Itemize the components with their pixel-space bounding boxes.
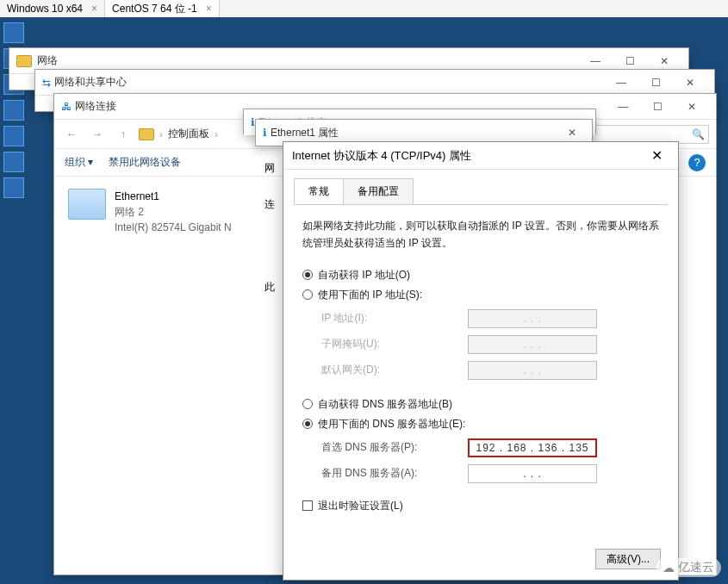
radio-label: 使用下面的 IP 地址(S): [318,288,422,302]
organize-dropdown[interactable]: 组织 ▾ [65,155,93,170]
dialog-ipv4-properties: Internet 协议版本 4 (TCP/IPv4) 属性 ✕ 常规 备用配置 … [283,141,679,581]
radio-use-ip[interactable]: 使用下面的 IP 地址(S): [302,288,659,302]
window-title: Ethernet1 属性 [271,126,339,140]
preferred-dns-label: 首选 DNS 服务器(P): [321,440,468,455]
ethernet-icon [68,189,106,220]
desktop-icon[interactable] [3,152,24,172]
network-icon: ⇆ [42,77,51,89]
tab-label: 常规 [308,185,329,197]
maximize-button[interactable]: ☐ [638,71,673,95]
radio-label: 自动获得 IP 地址(O) [318,268,410,283]
desktop-icon[interactable] [3,126,24,146]
disable-device-button[interactable]: 禁用此网络设备 [109,155,181,170]
close-icon[interactable]: × [206,3,212,15]
titlebar[interactable]: ⇆ 网络和共享中心 — ☐ ✕ [35,70,714,96]
radio-auto-ip[interactable]: 自动获得 IP 地址(O) [302,268,659,283]
vm-tab-label: Windows 10 x64 [7,3,83,15]
adapter-icon: 🖧 [61,101,72,113]
search-icon[interactable]: 🔍 [692,128,705,140]
close-icon[interactable]: × [91,3,97,15]
advanced-button[interactable]: 高级(V)... [595,549,661,569]
validate-checkbox[interactable]: 退出时验证设置(L) [302,499,659,513]
watermark: ☁ 亿速云 [656,558,721,577]
adapter-device: Intel(R) 82574L Gigabit N [115,220,232,235]
description-text: 如果网络支持此功能，则可以获取自动指派的 IP 设置。否则，你需要从网络系统管理… [302,217,659,252]
radio-label: 自动获得 DNS 服务器地址(B) [318,397,452,412]
tab-bar: 常规 备用配置 [283,170,678,204]
vm-tab-windows[interactable]: Windows 10 x64 × [0,0,105,17]
minimize-button[interactable]: — [606,95,640,119]
maximize-button[interactable]: ☐ [640,95,675,119]
folder-icon [139,128,154,140]
adapter-name: Ethernet1 [115,189,232,204]
checkbox-icon [302,500,313,511]
dialog-title: Internet 协议版本 4 (TCP/IPv4) 属性 [292,148,471,164]
chevron-right-icon: › [159,128,163,140]
subnet-mask-label: 子网掩码(U): [321,337,468,351]
button-label: 高级(V)... [607,553,650,565]
tab-general[interactable]: 常规 [294,178,344,204]
alternate-dns-input[interactable]: . . . [468,464,597,483]
nav-back-button[interactable]: ← [61,128,82,140]
truncated-label: 网 [264,161,275,176]
tab-alternate[interactable]: 备用配置 [343,178,414,204]
cloud-icon: ☁ [663,561,675,575]
tab-label: 备用配置 [358,185,399,197]
close-button[interactable]: ✕ [675,95,709,119]
alternate-dns-label: 备用 DNS 服务器(A): [321,466,468,481]
desktop-icon[interactable] [3,177,24,198]
ip-address-input: . . . [468,309,597,328]
nav-up-button[interactable]: ↑ [113,128,134,140]
window-title: 网络连接 [75,99,116,114]
vm-tab-centos[interactable]: CentOS 7 64 位 -1 × [105,0,220,17]
help-icon[interactable]: ? [688,154,706,171]
desktop-icons [0,17,26,203]
gateway-label: 默认网关(D): [321,363,468,377]
dialog-body: 如果网络支持此功能，则可以获取自动指派的 IP 设置。否则，你需要从网络系统管理… [283,205,678,522]
truncated-label: 此 [264,280,275,295]
chevron-right-icon: › [215,128,218,140]
desktop-icon[interactable] [3,100,24,121]
watermark-text: 亿速云 [678,560,714,575]
dialog-titlebar[interactable]: Internet 协议版本 4 (TCP/IPv4) 属性 ✕ [283,142,678,170]
radio-icon [302,270,313,280]
radio-icon [302,289,313,300]
radio-icon [302,419,313,429]
truncated-label: 连 [264,197,275,212]
vmware-tab-bar: Windows 10 x64 × CentOS 7 64 位 -1 × [0,0,728,17]
info-icon: ℹ [263,127,267,139]
subnet-mask-input: . . . [468,335,597,354]
close-button[interactable]: ✕ [644,143,669,169]
close-button[interactable]: ✕ [673,71,707,95]
window-title: 网络和共享中心 [54,75,127,90]
preferred-dns-input[interactable]: 192 . 168 . 136 . 135 [468,438,597,457]
folder-icon [16,55,32,67]
radio-icon [302,399,313,409]
radio-use-dns[interactable]: 使用下面的 DNS 服务器地址(E): [302,417,659,432]
radio-auto-dns[interactable]: 自动获得 DNS 服务器地址(B) [302,397,659,412]
ip-address-label: IP 地址(I): [321,311,468,326]
nav-forward-button[interactable]: → [87,128,108,140]
vm-tab-label: CentOS 7 64 位 -1 [112,2,197,16]
adapter-network: 网络 2 [115,204,232,220]
breadcrumb-item[interactable]: 控制面板 [168,127,209,141]
desktop-icon[interactable] [3,22,24,43]
checkbox-label: 退出时验证设置(L) [318,499,403,513]
gateway-input: . . . [468,361,597,380]
radio-label: 使用下面的 DNS 服务器地址(E): [318,417,465,432]
window-title: 网络 [37,53,58,68]
minimize-button[interactable]: — [604,71,638,95]
